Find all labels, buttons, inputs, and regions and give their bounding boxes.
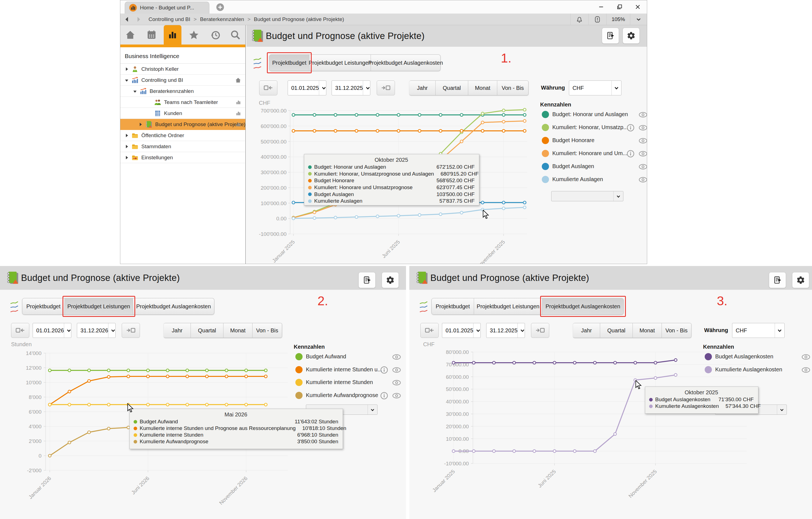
marker-budget-aufwand[interactable] [127, 369, 130, 372]
next-period-button[interactable] [531, 323, 549, 338]
period-jahr[interactable]: Jahr [409, 81, 436, 95]
period-jahr[interactable]: Jahr [573, 323, 600, 338]
marker-budget-honorare[interactable] [334, 129, 337, 132]
marker-kumulierte-interne-stunden[interactable] [225, 403, 228, 406]
marker-kumuliert-honorar-umsatzprognose-auslagen[interactable] [502, 109, 505, 112]
marker-budget-auslagenkosten[interactable] [654, 362, 657, 364]
marker-kumulierte-interne-stunden[interactable] [245, 403, 248, 406]
chevron-down-icon[interactable] [473, 323, 483, 338]
eye-icon[interactable] [638, 124, 647, 131]
marker-budget-auslagenkosten[interactable] [513, 362, 516, 364]
chevron-down-icon[interactable] [368, 405, 377, 414]
marker-budget-honorar-und-auslagen[interactable] [418, 114, 421, 116]
marker-kumulierte-aufwandprognose[interactable] [68, 441, 71, 444]
marker-kumulierte-auslagen[interactable] [502, 207, 505, 210]
marker-budget-honorar-und-auslagen[interactable] [439, 114, 442, 116]
marker-kumulierte-interne-stunden-und-prognose[interactable] [225, 375, 228, 378]
period-monat[interactable]: Monat [633, 323, 662, 338]
period-von-bis[interactable]: Von - Bis [253, 323, 282, 338]
date-from-select[interactable]: 01.01.2026 [33, 323, 71, 338]
marker-budget-auslagenkosten[interactable] [573, 362, 576, 364]
marker-budget-aufwand[interactable] [225, 369, 228, 372]
marker-kumulierte-auslagen[interactable] [439, 213, 442, 216]
previous-period-button[interactable] [259, 81, 278, 95]
settings-button[interactable] [382, 272, 399, 288]
tab-projektbudget[interactable]: Projektbudget [22, 298, 65, 315]
marker-budget-auslagen[interactable] [502, 201, 505, 204]
bell-icon[interactable] [571, 13, 588, 25]
sidebar-item[interactable]: Öffentliche Ordner [120, 130, 245, 141]
chevron-down-icon[interactable] [363, 81, 373, 95]
breadcrumb-item[interactable]: Beraterkennzahlen [200, 16, 244, 22]
marker-kumulierte-interne-stunden[interactable] [166, 403, 169, 406]
kennzahl-add-select[interactable] [551, 191, 624, 201]
marker-kumulierte-interne-stunden-und-prognose[interactable] [264, 375, 267, 378]
marker-budget-honorar-und-auslagen[interactable] [292, 114, 295, 116]
period-quartal[interactable]: Quartal [436, 81, 468, 95]
chevron-down-icon[interactable] [777, 405, 787, 414]
marker-kumulierte-aufwandprognose[interactable] [107, 427, 110, 430]
marker-kumulierte-interne-stunden[interactable] [107, 403, 110, 406]
marker-budget-honorar-und-auslagen[interactable] [355, 114, 358, 116]
date-from-select[interactable]: 01.01.2025 [288, 81, 326, 95]
marker-kumulierte-interne-stunden[interactable] [205, 403, 208, 406]
currency-select[interactable]: CHF [732, 323, 785, 338]
marker-kumulierte-interne-stunden-und-prognose[interactable] [147, 375, 149, 378]
marker-kumulierte-auslagen[interactable] [313, 217, 316, 220]
marker-kumulierte-interne-stunden[interactable] [88, 403, 90, 406]
marker-kumulierte-auslagen[interactable] [418, 213, 421, 216]
tab-projektbudget-auslagenkosten[interactable]: Projektbudget Auslagenkosten [133, 298, 214, 315]
calendar-icon[interactable] [146, 29, 157, 40]
marker-budget-honorar-und-auslagen[interactable] [313, 114, 316, 116]
marker-budget-auslagenkosten[interactable] [493, 362, 495, 364]
forward-button[interactable] [134, 15, 144, 24]
marker-budget-honorar-und-auslagen[interactable] [334, 114, 337, 116]
marker-budget-auslagenkosten[interactable] [593, 362, 596, 364]
home-icon[interactable] [125, 29, 136, 40]
marker-budget-honorar-und-auslagen[interactable] [502, 114, 505, 116]
marker-kumulierte-interne-stunden-und-prognose[interactable] [205, 375, 208, 378]
marker-kumulierte-auslagenkosten[interactable] [614, 433, 616, 435]
period-quartal[interactable]: Quartal [600, 323, 633, 338]
marker-budget-aufwand[interactable] [49, 369, 51, 372]
marker-kumulierte-interne-stunden-und-prognose[interactable] [127, 375, 130, 378]
eye-icon[interactable] [392, 392, 402, 399]
marker-kumuliert-honorar-umsatzprognose-auslagen[interactable] [481, 112, 484, 115]
sidebar-item[interactable]: Budget und Prognose (aktive Projekte) [120, 119, 245, 130]
period-von-bis[interactable]: Von - Bis [497, 81, 528, 95]
sidebar-item[interactable]: Controlling und BI [120, 75, 245, 86]
report-button[interactable] [602, 28, 619, 44]
chevron-down-icon[interactable] [630, 13, 647, 25]
currency-select[interactable]: CHF [569, 81, 621, 95]
breadcrumb-item[interactable]: Controlling und BI [148, 16, 190, 22]
marker-kumulierte-interne-stunden[interactable] [68, 403, 71, 406]
marker-budget-honorare[interactable] [439, 129, 442, 132]
report-button[interactable] [769, 272, 786, 288]
marker-kumuliert-honorare-umsatzprognose[interactable] [502, 120, 505, 123]
expander-expanded-icon[interactable] [124, 78, 129, 83]
eye-icon[interactable] [801, 366, 811, 374]
marker-budget-aufwand[interactable] [68, 369, 71, 372]
chevron-down-icon[interactable] [613, 191, 623, 201]
info-icon[interactable] [380, 392, 388, 400]
marker-budget-honorare[interactable] [292, 129, 295, 132]
marker-budget-auslagenkosten[interactable] [533, 362, 536, 364]
marker-kumulierte-interne-stunden[interactable] [186, 403, 188, 406]
info-icon[interactable] [627, 124, 635, 132]
marker-kumulierte-auslagenkosten[interactable] [674, 374, 677, 376]
back-button[interactable] [122, 15, 132, 24]
expander-collapsed-icon[interactable] [124, 133, 129, 138]
sidebar-divider[interactable] [245, 25, 246, 264]
next-period-button[interactable] [122, 323, 140, 338]
marker-budget-honorar-und-auslagen[interactable] [523, 114, 526, 116]
marker-budget-auslagenkosten[interactable] [472, 362, 475, 364]
eye-icon[interactable] [392, 353, 402, 361]
marker-kumulierte-auslagenkosten[interactable] [493, 450, 495, 452]
eye-icon[interactable] [638, 163, 647, 170]
marker-budget-honorare[interactable] [397, 129, 400, 132]
marker-budget-auslagenkosten[interactable] [674, 358, 677, 362]
marker-kumulierte-auslagen[interactable] [397, 214, 400, 217]
marker-kumulierte-auslagenkosten[interactable] [513, 450, 516, 452]
next-period-button[interactable] [377, 81, 395, 95]
marker-kumulierte-interne-stunden-und-prognose[interactable] [186, 375, 188, 378]
